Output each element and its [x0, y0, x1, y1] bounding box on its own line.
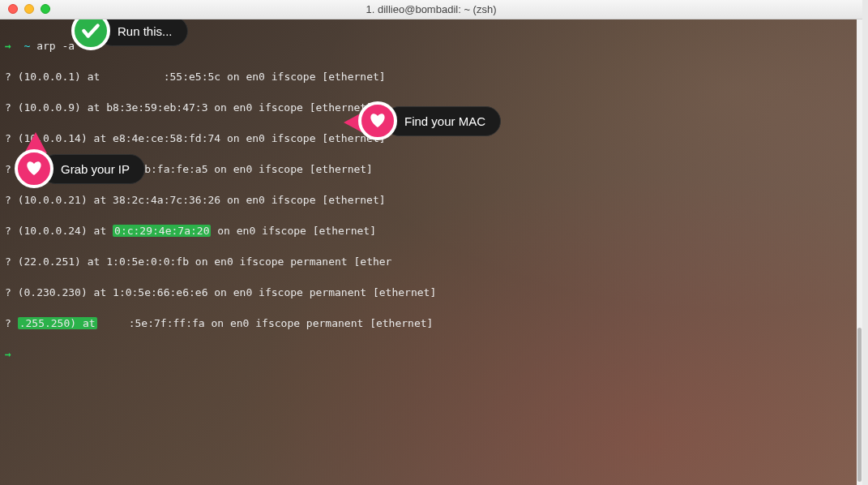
output-line: ? .255.250) at :5e:7f:ff:fa on en0 ifsco…	[5, 315, 856, 331]
command-text: arp -a	[36, 40, 75, 52]
close-icon[interactable]	[8, 4, 18, 14]
scrollbar-thumb[interactable]	[857, 328, 862, 482]
terminal-output: → ~ arp -a ? (10.0.0.1) at :55:e5:5c on …	[5, 23, 856, 393]
output-line: ? (10.0.0.21) at 38:2c:4a:7c:36:26 on en…	[5, 192, 856, 208]
prompt-arrow-icon: →	[5, 348, 11, 360]
prompt-arrow-icon: →	[5, 40, 11, 52]
output-line: ? (10.0.0.16) at 0:d:4b:fa:fe:a5 on en0 …	[5, 161, 856, 177]
scrollbar[interactable]	[857, 19, 862, 485]
titlebar: 1. dillieo@bombadil: ~ (zsh)	[0, 0, 862, 19]
prompt-line: → ~ arp -a	[5, 38, 856, 54]
terminal-window: 1. dillieo@bombadil: ~ (zsh) → ~ arp -a …	[0, 0, 862, 485]
maximize-icon[interactable]	[41, 4, 50, 14]
traffic-lights	[8, 4, 50, 14]
output-line: ? (22.0.251) at 1:0:5e:0:0:fb on en0 ifs…	[5, 254, 856, 269]
output-line: ? (10.0.0.9) at b8:3e:59:eb:47:3 on en0 …	[5, 100, 856, 115]
output-line: ? (10.0.0.14) at e8:4e:ce:58:fd:74 on en…	[5, 131, 856, 146]
output-line: ? (10.0.0.24) at 0:c:29:4e:7a:20 on en0 …	[5, 223, 856, 238]
minimize-icon[interactable]	[24, 4, 34, 14]
prompt-line: →	[5, 346, 856, 362]
output-line: ? (0.230.230) at 1:0:5e:66:e6:e6 on en0 …	[5, 285, 856, 300]
ip-highlight: .255.250) at	[18, 317, 97, 329]
arrow-up-icon	[24, 132, 47, 153]
mac-highlight: 0:c:29:4e:7a:20	[113, 225, 211, 237]
prompt-path: ~	[24, 40, 30, 52]
arrow-left-icon	[344, 111, 365, 134]
terminal-body[interactable]: → ~ arp -a ? (10.0.0.1) at :55:e5:5c on …	[0, 19, 862, 485]
window-title: 1. dillieo@bombadil: ~ (zsh)	[366, 3, 497, 15]
output-line: ? (10.0.0.1) at :55:e5:5c on en0 ifscope…	[5, 69, 856, 84]
